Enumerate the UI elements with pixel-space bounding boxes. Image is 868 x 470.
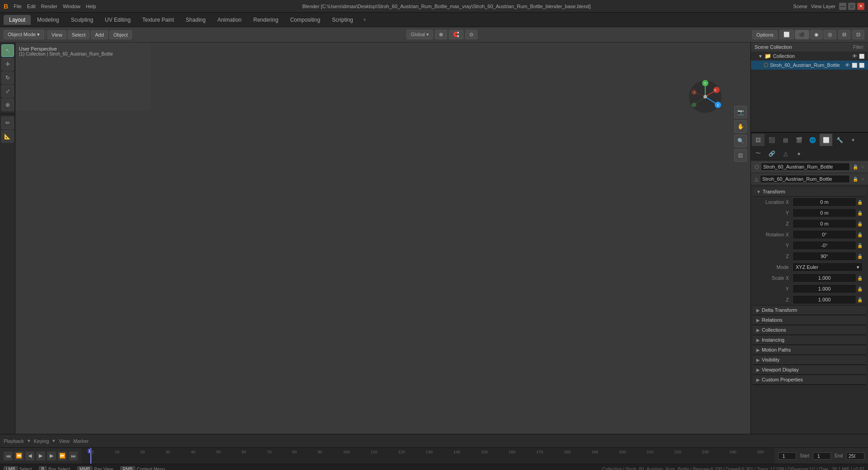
prop-tab-scene[interactable]: 🎬 bbox=[793, 134, 805, 146]
proportional-edit[interactable]: ⊙ bbox=[465, 30, 477, 39]
object-menu[interactable]: Object bbox=[109, 30, 132, 39]
timeline-track[interactable]: 110203040 5060708090 100110120130140 150… bbox=[81, 448, 774, 464]
play-btn[interactable]: ▶ bbox=[36, 451, 45, 461]
wireframe-btn[interactable]: ⬜ bbox=[779, 30, 794, 39]
prop-tab-material[interactable]: ● bbox=[793, 147, 805, 160]
add-workspace-button[interactable]: + bbox=[359, 15, 370, 25]
close-button[interactable]: ✕ bbox=[857, 3, 864, 10]
prop-tab-world[interactable]: 🌐 bbox=[806, 134, 819, 146]
prop-tab-data[interactable]: △ bbox=[779, 147, 792, 160]
add-menu[interactable]: Add bbox=[91, 30, 108, 39]
select-menu[interactable]: Select bbox=[68, 30, 90, 39]
location-z-lock[interactable]: 🔒 bbox=[857, 221, 863, 226]
maximize-button[interactable]: □ bbox=[848, 3, 855, 10]
jump-start-btn[interactable]: ⏮ bbox=[4, 451, 13, 461]
tab-animation[interactable]: Animation bbox=[212, 15, 247, 25]
xray-btn[interactable]: ⊡ bbox=[852, 30, 864, 39]
delta-transform-header[interactable]: ▶ Delta Transform bbox=[753, 306, 866, 315]
transform-pivot[interactable]: ⊕ bbox=[435, 30, 447, 39]
zoom-fit-btn[interactable]: 🔍 bbox=[734, 135, 747, 147]
snap-toggle[interactable]: 🧲 bbox=[449, 30, 463, 39]
tab-modeling[interactable]: Modeling bbox=[32, 15, 65, 25]
tab-uv-editing[interactable]: UV Editing bbox=[99, 15, 136, 25]
tab-shading[interactable]: Shading bbox=[180, 15, 211, 25]
rotation-y-lock[interactable]: 🔒 bbox=[857, 243, 863, 248]
solid-btn[interactable]: ⚫ bbox=[795, 30, 809, 39]
jump-end-btn[interactable]: ⏭ bbox=[69, 451, 78, 461]
tab-rendering[interactable]: Rendering bbox=[248, 15, 283, 25]
prev-keyframe-btn[interactable]: ⏪ bbox=[14, 451, 24, 461]
prop-tab-constraints[interactable]: 🔗 bbox=[765, 147, 778, 160]
collections-header[interactable]: ▶ Collections bbox=[753, 325, 866, 335]
measure-btn[interactable]: 📐 bbox=[1, 130, 14, 143]
step-back-btn[interactable]: ◀ bbox=[25, 451, 34, 461]
render-btn[interactable]: ◎ bbox=[824, 30, 836, 39]
transform-header[interactable]: ▼ Transform bbox=[753, 187, 866, 197]
bottle-visibility-icon[interactable]: 👁 bbox=[845, 62, 850, 68]
motion-paths-header[interactable]: ▶ Motion Paths bbox=[753, 345, 866, 355]
options-button[interactable]: Options bbox=[752, 30, 778, 39]
tab-scripting[interactable]: Scripting bbox=[326, 15, 359, 25]
rotation-x-value[interactable]: 0° bbox=[793, 230, 856, 239]
location-y-value[interactable]: 0 m bbox=[793, 208, 856, 217]
location-x-value[interactable]: 0 m bbox=[793, 197, 856, 207]
step-forward-btn[interactable]: ▶ bbox=[47, 451, 56, 461]
next-keyframe-btn[interactable]: ⏩ bbox=[58, 451, 67, 461]
mode-select[interactable]: Object Mode ▾ bbox=[4, 30, 44, 39]
navigation-gizmo[interactable]: X -X Y Z bbox=[687, 79, 723, 115]
tab-layout[interactable]: Layout bbox=[4, 15, 31, 25]
data-close-icon[interactable]: ✕ bbox=[861, 177, 864, 182]
viewport-display-header[interactable]: ▶ Viewport Display bbox=[753, 365, 866, 375]
zoom-camera-btn[interactable]: 📷 bbox=[734, 106, 747, 118]
data-lock-icon[interactable]: 🔒 bbox=[853, 177, 858, 182]
ortho-btn[interactable]: ⊡ bbox=[734, 149, 747, 162]
view-label[interactable]: View bbox=[59, 438, 70, 444]
location-x-lock[interactable]: 🔒 bbox=[857, 200, 863, 205]
lock-icon[interactable]: 🔒 bbox=[853, 164, 858, 169]
minimize-button[interactable]: — bbox=[839, 3, 846, 10]
bottle-restrict-icon[interactable]: ⬜ bbox=[859, 63, 864, 68]
rotation-mode-select[interactable]: XYZ Euler ▾ bbox=[793, 263, 863, 272]
data-name-input[interactable] bbox=[760, 175, 850, 183]
tab-compositing[interactable]: Compositing bbox=[285, 15, 326, 25]
prop-tab-render[interactable]: 🖼 bbox=[752, 134, 764, 146]
close-icon[interactable]: ✕ bbox=[861, 164, 864, 169]
bottle-camera-icon[interactable]: ⬜ bbox=[852, 63, 857, 68]
outliner-item-bottle[interactable]: ⬡ Stroh_60_Austrian_Rum_Bottle 👁 ⬜ ⬜ bbox=[751, 61, 868, 70]
scale-y-value[interactable]: 1.000 bbox=[793, 284, 856, 293]
tab-texture-paint[interactable]: Texture Paint bbox=[137, 15, 179, 25]
playback-label[interactable]: Playback bbox=[4, 438, 24, 444]
visibility-icon[interactable]: 👁 bbox=[852, 53, 857, 59]
viewport-shading[interactable]: Global ▾ bbox=[406, 30, 433, 39]
rotation-z-lock[interactable]: 🔒 bbox=[857, 254, 863, 259]
keying-label[interactable]: ▾ bbox=[28, 438, 30, 444]
visibility-header[interactable]: ▶ Visibility bbox=[753, 355, 866, 365]
custom-properties-header[interactable]: ▶ Custom Properties bbox=[753, 375, 866, 385]
relations-header[interactable]: ▶ Relations bbox=[753, 315, 866, 325]
location-y-lock[interactable]: 🔒 bbox=[857, 211, 863, 216]
scale-x-lock[interactable]: 🔒 bbox=[857, 276, 863, 281]
rotation-z-value[interactable]: 90° bbox=[793, 252, 856, 261]
object-name-input[interactable] bbox=[761, 163, 850, 171]
location-z-value[interactable]: 0 m bbox=[793, 219, 856, 228]
camera-icon[interactable]: ⬜ bbox=[859, 54, 864, 59]
prop-tab-physics[interactable]: 〜 bbox=[752, 147, 764, 160]
view-menu[interactable]: View bbox=[47, 30, 66, 39]
overlay-btn[interactable]: ⊟ bbox=[838, 30, 850, 39]
hand-pan-btn[interactable]: ✋ bbox=[734, 120, 747, 133]
tab-sculpting[interactable]: Sculpting bbox=[66, 15, 99, 25]
prop-tab-modifier[interactable]: 🔧 bbox=[833, 134, 846, 146]
prop-tab-view-layer[interactable]: ▤ bbox=[779, 134, 792, 146]
marker-label[interactable]: Marker bbox=[73, 438, 89, 444]
scale-z-lock[interactable]: 🔒 bbox=[857, 297, 863, 302]
current-frame-input[interactable] bbox=[778, 452, 796, 460]
select-tool-btn[interactable]: ↖ bbox=[1, 44, 14, 57]
instancing-header[interactable]: ▶ Instancing bbox=[753, 335, 866, 345]
start-frame-input[interactable] bbox=[813, 452, 831, 460]
annotate-btn[interactable]: ✏ bbox=[1, 117, 14, 129]
rotation-x-lock[interactable]: 🔒 bbox=[857, 232, 863, 237]
scale-tool-btn[interactable]: ⤢ bbox=[1, 85, 14, 98]
outliner-item-collection[interactable]: ▼ 📁 Collection 👁 ⬜ bbox=[751, 52, 868, 61]
scale-x-value[interactable]: 1.000 bbox=[793, 273, 856, 282]
scale-y-lock[interactable]: 🔒 bbox=[857, 287, 863, 291]
